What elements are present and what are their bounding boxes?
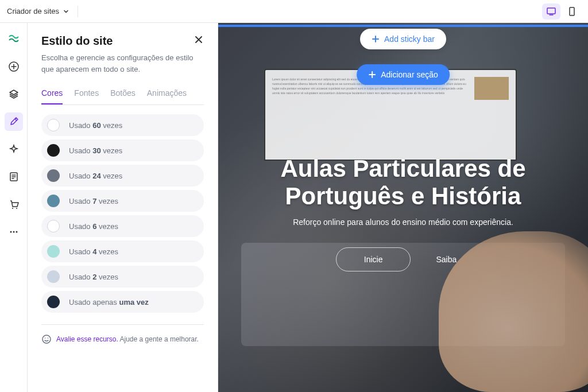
section-label: Adicionar seção xyxy=(381,70,438,79)
svg-point-9 xyxy=(16,231,17,233)
canvas: Lorem ipsum dolor sit amet consectetur a… xyxy=(218,23,588,392)
layers-icon[interactable] xyxy=(5,85,23,103)
color-item[interactable]: Usado 24 vezes xyxy=(41,165,204,187)
color-usage-label: Usado 60 vezes xyxy=(69,121,122,130)
hero-title[interactable]: Aulas Particulares de Português e Histór… xyxy=(230,155,577,211)
desktop-view-button[interactable] xyxy=(542,3,560,20)
color-usage-label: Usado 4 vezes xyxy=(69,247,118,256)
panel-title: Estilo do site xyxy=(41,34,113,48)
tabs: Cores Fontes Botões Animações xyxy=(41,88,204,105)
svg-point-10 xyxy=(42,335,51,343)
main-layout: Estilo do site Escolha e gerencie as con… xyxy=(0,23,588,392)
svg-point-5 xyxy=(12,208,13,209)
color-usage-label: Usado 7 vezes xyxy=(69,197,118,205)
color-swatch xyxy=(47,270,60,283)
svg-point-8 xyxy=(13,231,14,233)
plus-icon xyxy=(368,71,376,79)
sparkle-icon[interactable] xyxy=(5,140,23,158)
mobile-icon xyxy=(567,6,577,17)
svg-point-11 xyxy=(45,337,46,339)
selection-frame xyxy=(218,25,588,27)
color-swatch xyxy=(47,169,60,182)
color-item[interactable]: Usado 2 vezes xyxy=(41,266,204,288)
color-usage-label: Usado 6 vezes xyxy=(69,222,118,231)
mobile-view-button[interactable] xyxy=(563,3,581,20)
divider xyxy=(78,6,78,17)
feedback-link[interactable]: Avalie esse recurso. xyxy=(56,335,118,343)
plus-icon xyxy=(372,35,380,43)
color-swatch xyxy=(47,119,60,131)
color-item[interactable]: Usado 30 vezes xyxy=(41,139,204,161)
svg-rect-0 xyxy=(547,8,555,14)
more-icon[interactable] xyxy=(5,223,23,241)
color-swatch xyxy=(47,296,60,308)
color-item[interactable]: Usado 6 vezes xyxy=(41,215,204,237)
hero-primary-button[interactable]: Inicie xyxy=(336,247,411,271)
cart-icon[interactable] xyxy=(5,195,23,214)
svg-point-6 xyxy=(16,208,17,209)
hero-secondary-button[interactable]: Saiba xyxy=(422,247,470,271)
top-bar: Criador de sites xyxy=(0,0,588,23)
site-builder-label: Criador de sites xyxy=(7,7,59,15)
color-usage-label: Usado 2 vezes xyxy=(69,273,118,281)
color-item[interactable]: Usado 7 vezes xyxy=(41,190,204,212)
sidebar-nav xyxy=(0,23,28,392)
tab-fontes[interactable]: Fontes xyxy=(74,88,99,104)
svg-point-2 xyxy=(572,14,572,14)
color-item[interactable]: Usado 4 vezes xyxy=(41,240,204,262)
sticky-label: Add sticky bar xyxy=(384,34,435,44)
tab-botoes[interactable]: Botões xyxy=(110,88,136,104)
color-swatch xyxy=(47,144,60,157)
add-section-button[interactable]: Adicionar seção xyxy=(357,64,450,85)
panel-description: Escolha e gerencie as configurações de e… xyxy=(41,52,204,75)
desktop-icon xyxy=(546,6,556,17)
device-switcher xyxy=(542,3,581,20)
add-icon[interactable] xyxy=(5,57,23,76)
color-usage-label: Usado 24 vezes xyxy=(69,172,122,180)
feedback-row: Avalie esse recurso. Ajude a gente a mel… xyxy=(41,324,204,344)
feedback-text: Ajude a gente a melhorar. xyxy=(120,335,199,343)
color-swatch xyxy=(47,220,60,232)
svg-point-12 xyxy=(48,337,49,339)
color-swatch xyxy=(47,195,60,207)
color-item[interactable]: Usado apenas uma vez xyxy=(41,291,204,313)
note-icon[interactable] xyxy=(5,168,23,186)
site-builder-dropdown[interactable]: Criador de sites xyxy=(7,6,83,17)
tab-animacoes[interactable]: Animações xyxy=(147,88,187,104)
logo-icon[interactable] xyxy=(5,30,23,48)
color-usage-label: Usado apenas uma vez xyxy=(69,298,149,306)
color-item[interactable]: Usado 60 vezes xyxy=(41,114,204,136)
tab-cores[interactable]: Cores xyxy=(41,88,63,104)
svg-point-7 xyxy=(10,231,11,233)
style-icon[interactable] xyxy=(5,112,23,131)
color-list: Usado 60 vezesUsado 30 vezesUsado 24 vez… xyxy=(41,114,204,313)
style-panel: Estilo do site Escolha e gerencie as con… xyxy=(28,23,218,392)
close-button[interactable] xyxy=(194,34,204,47)
add-sticky-bar-button[interactable]: Add sticky bar xyxy=(360,29,446,49)
chevron-down-icon xyxy=(63,8,69,15)
hero-section[interactable]: Aulas Particulares de Português e Histór… xyxy=(218,155,588,271)
hero-subtitle[interactable]: Reforço online para alunos do ensino méd… xyxy=(230,218,577,227)
close-icon xyxy=(194,34,204,45)
color-usage-label: Usado 30 vezes xyxy=(69,146,122,155)
hero-buttons: Inicie Saiba xyxy=(230,247,577,271)
smile-icon xyxy=(41,334,52,344)
color-swatch xyxy=(47,245,60,258)
